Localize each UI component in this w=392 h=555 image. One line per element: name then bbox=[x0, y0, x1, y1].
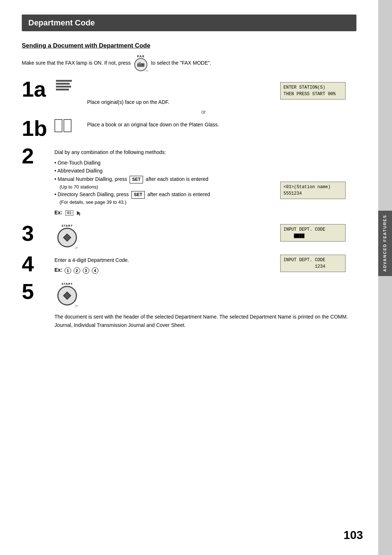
intro-text-before: Make sure that the FAX lamp is ON. If no… bbox=[22, 60, 131, 66]
lcd-2-line2: 5551234 bbox=[283, 191, 302, 196]
step-3-number: 3 bbox=[22, 223, 54, 244]
lcd-3-line1: INPUT DEPT. CODE bbox=[283, 227, 325, 232]
step-4-lcd: INPUT DEPT. CODE 1234 bbox=[280, 253, 356, 275]
adf-doc-icon bbox=[56, 80, 72, 90]
main-content: Department Code Sending a Document with … bbox=[0, 0, 378, 344]
step-3-row: 3 START ☞ INPUT DEPT. CODE ████ bbox=[22, 223, 356, 247]
step-1a-lcd: ENTER STATION(S) THEN PRESS START 00% bbox=[280, 78, 356, 106]
or-separator: or bbox=[51, 109, 356, 115]
step-2-content: Dial by any combination of the following… bbox=[54, 145, 280, 217]
step-1b-right bbox=[280, 118, 356, 139]
set-button-1: SET bbox=[130, 176, 143, 183]
step-1a-row: 1a Place original(s) face up on the ADF.… bbox=[22, 78, 356, 106]
start-circle-5: ☞ bbox=[57, 286, 77, 305]
circle-3: 3 bbox=[83, 267, 89, 274]
step-4-ex-row: Ex: 1 2 3 4 bbox=[54, 267, 280, 274]
step-2-bullets: One-Touch Dialling Abbreviated Dialling … bbox=[54, 159, 280, 206]
bullet-2: Abbreviated Dialling bbox=[54, 167, 280, 175]
lcd-screen-2: <01>(Station name) 5551234 bbox=[280, 182, 346, 199]
svg-point-2 bbox=[142, 64, 143, 66]
section-heading: Sending a Document with Department Code bbox=[22, 42, 356, 49]
start-diamond-5 bbox=[63, 292, 72, 300]
step-1b-number: 1b bbox=[22, 118, 54, 139]
step-4-ex-label: Ex: bbox=[54, 267, 62, 273]
step-5-desc-area: The document is sent with the header of … bbox=[54, 313, 356, 329]
book-page-left bbox=[54, 119, 62, 132]
step-3-lcd: INPUT DEPT. CODE ████ bbox=[280, 223, 356, 247]
bullet-4-sub: (For details, see page 39 to 43.) bbox=[54, 199, 280, 206]
step-1a-desc: Place original(s) face up on the ADF. bbox=[87, 98, 280, 106]
step-1b-left: 1b Place a book or an original face down… bbox=[22, 118, 280, 139]
circle-4: 4 bbox=[92, 267, 98, 274]
page-number: 103 bbox=[344, 528, 363, 542]
page-title: Department Code bbox=[22, 15, 356, 31]
bullet-3: Manual Number Dialling, press SET after … bbox=[54, 175, 280, 183]
circle-1: 1 bbox=[65, 267, 71, 274]
step-3-left: 3 START ☞ bbox=[22, 223, 280, 247]
lcd-4-line1: INPUT DEPT. CODE bbox=[283, 258, 325, 263]
lcd-2-line1: <01>(Station name) bbox=[283, 185, 331, 190]
step-3-content bbox=[87, 223, 280, 224]
book-page-right bbox=[64, 119, 72, 132]
step-3-icon: START ☞ bbox=[54, 223, 87, 247]
bullet-1: One-Touch Dialling bbox=[54, 159, 280, 167]
right-strip bbox=[378, 0, 392, 555]
start-hand-3: ☞ bbox=[74, 245, 79, 251]
step-1a-number: 1a bbox=[22, 78, 54, 100]
start-circle-3: ☞ bbox=[57, 228, 77, 247]
doc-line-3 bbox=[56, 86, 71, 88]
step-2-number: 2 bbox=[22, 145, 54, 167]
step-2-lcd: <01>(Station name) 5551234 bbox=[280, 145, 356, 217]
hand-icon: ☞ bbox=[145, 69, 149, 73]
start-diamond-3 bbox=[63, 234, 72, 242]
bullet-4: Directory Search Dialling, press SET aft… bbox=[54, 190, 280, 199]
fax-handset-icon bbox=[137, 61, 145, 68]
circle-2: 2 bbox=[74, 267, 80, 274]
step-1a-left: 1a Place original(s) face up on the ADF. bbox=[22, 78, 280, 106]
step-5-row: 5 START ☞ bbox=[22, 281, 356, 305]
sidebar-tab: ADVANCED FEATURES bbox=[378, 211, 392, 276]
bullet-3-sub: (Up to 70 stations) bbox=[54, 183, 280, 191]
step-5-left: 5 START ☞ bbox=[22, 281, 280, 305]
step-1a-icon bbox=[54, 78, 87, 90]
step-1b-desc: Place a book or an original face down on… bbox=[87, 121, 280, 129]
ex-small-text: 01 bbox=[67, 211, 72, 215]
svg-rect-1 bbox=[139, 62, 141, 64]
step-1a-content: Place original(s) face up on the ADF. bbox=[87, 78, 280, 106]
step-4-content: Enter a 4-digit Department Code. Ex: 1 2… bbox=[54, 253, 280, 274]
intro-text-after: to select the "FAX MODE". bbox=[151, 60, 211, 66]
lcd-4-line2: 1234 bbox=[283, 264, 325, 269]
step-2-ex-row: Ex: 01 bbox=[54, 210, 280, 217]
fax-circle: ☞ bbox=[134, 58, 147, 71]
lcd-3-squares: ████ bbox=[283, 234, 305, 239]
book-platen-icon bbox=[54, 119, 72, 132]
doc-line-1 bbox=[56, 80, 72, 82]
intro-line: Make sure that the FAX lamp is ON. If no… bbox=[22, 54, 356, 71]
step-2-ex-label: Ex: bbox=[54, 210, 62, 215]
step-1b-content: Place a book or an original face down on… bbox=[87, 118, 280, 129]
step-4-left: 4 Enter a 4-digit Department Code. Ex: 1… bbox=[22, 253, 280, 275]
lcd-screen-3: INPUT DEPT. CODE ████ bbox=[280, 224, 346, 242]
step-4-row: 4 Enter a 4-digit Department Code. Ex: 1… bbox=[22, 253, 356, 275]
step-5-desc: The document is sent with the header of … bbox=[54, 313, 356, 329]
step-5-number: 5 bbox=[22, 281, 54, 303]
start-label-5: START bbox=[61, 282, 73, 285]
step-4-number: 4 bbox=[22, 253, 54, 275]
lcd-screen-4: INPUT DEPT. CODE 1234 bbox=[280, 255, 346, 272]
start-label-3: START bbox=[61, 224, 73, 227]
step-4-desc: Enter a 4-digit Department Code. bbox=[54, 256, 280, 264]
doc-line-4 bbox=[56, 89, 69, 90]
step-2-left: 2 Dial by any combination of the followi… bbox=[22, 145, 280, 217]
set-button-2: SET bbox=[131, 191, 145, 199]
ex-small-box: 01 bbox=[65, 210, 73, 216]
fax-button-icon: FAX ☞ bbox=[134, 54, 147, 71]
step-5-icon: START ☞ bbox=[54, 281, 87, 305]
step-5-content bbox=[87, 281, 280, 282]
start-button-5: START ☞ bbox=[54, 282, 80, 305]
step-2-desc: Dial by any combination of the following… bbox=[54, 148, 280, 156]
start-button-3: START ☞ bbox=[54, 224, 80, 247]
lcd-screen-1a: ENTER STATION(S) THEN PRESS START 00% bbox=[280, 82, 346, 100]
fax-label: FAX bbox=[137, 54, 145, 58]
doc-line-2 bbox=[56, 83, 70, 85]
start-hand-5: ☞ bbox=[74, 303, 79, 309]
